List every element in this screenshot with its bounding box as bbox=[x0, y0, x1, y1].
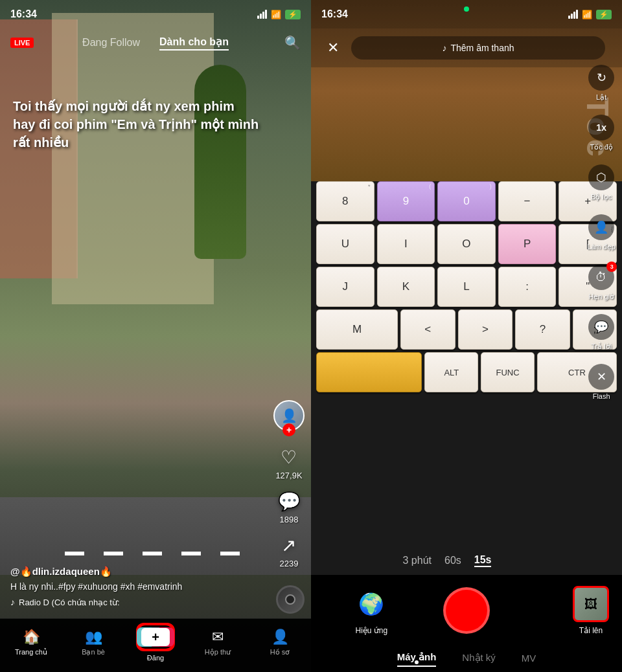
home-label: Trang chủ bbox=[15, 648, 47, 656]
tab-mv[interactable]: MV bbox=[522, 653, 536, 666]
post-button-outline: + bbox=[136, 623, 175, 651]
comments-count: 1898 bbox=[280, 515, 299, 524]
bar4 bbox=[265, 10, 267, 19]
key-o[interactable]: O bbox=[437, 224, 496, 264]
duration-3min[interactable]: 3 phút bbox=[403, 555, 432, 566]
nav-tab-friends[interactable]: 👥 Bạn bè bbox=[62, 629, 124, 656]
key-k[interactable]: K bbox=[377, 267, 435, 307]
keyboard-row-3: J K L : " bbox=[311, 267, 622, 307]
upload-label: Tải lên bbox=[579, 626, 603, 635]
username[interactable]: @🔥dlin.izdaqueen🔥 bbox=[10, 566, 266, 577]
key-spacebar[interactable] bbox=[316, 352, 422, 392]
live-badge[interactable]: LIVE bbox=[10, 38, 34, 48]
qa-label: Trả lời bbox=[591, 342, 612, 351]
top-toolbar-right: ✕ ♪ Thêm âm thanh bbox=[311, 28, 622, 67]
description: H là ny nhi..#fpy #xuhuong #xh #emvatrin… bbox=[10, 581, 266, 592]
filter-label: Bộ lọc bbox=[591, 193, 612, 201]
flip-icon: ↻ bbox=[588, 65, 614, 91]
key-u[interactable]: U bbox=[316, 224, 374, 264]
left-panel: 16:34 📶 ⚡ LIVE Đang Follow Dành cho bạn … bbox=[0, 0, 311, 672]
key-func[interactable]: FUNC bbox=[481, 352, 535, 392]
bottom-nav: 🏠 Trang chủ 👥 Bạn bè + Đăng ✉ Hộp thư 👤 … bbox=[0, 618, 311, 672]
bar2 bbox=[260, 14, 262, 19]
tool-qa[interactable]: 💬 Trả lời bbox=[588, 314, 614, 351]
key-minus[interactable]: − bbox=[498, 181, 557, 221]
duration-60s[interactable]: 60s bbox=[444, 555, 461, 566]
top-nav-left: LIVE Đang Follow Dành cho bạn 🔍 bbox=[0, 28, 311, 57]
tool-beautify[interactable]: 👤 Làm đẹp bbox=[587, 214, 616, 251]
inbox-icon: ✉ bbox=[212, 629, 224, 645]
tool-timer[interactable]: ⏱ 3 Hẹn giờ bbox=[588, 264, 614, 301]
comments-action[interactable]: 💬 1898 bbox=[278, 491, 301, 524]
time-right: 16:34 bbox=[321, 8, 348, 20]
tab-diary[interactable]: Nhật ký bbox=[462, 652, 496, 666]
bottom-info: @🔥dlin.izdaqueen🔥 H là ny nhi..#fpy #xuh… bbox=[10, 566, 266, 607]
likes-action[interactable]: ♡ 127,9K bbox=[275, 447, 302, 480]
home-icon: 🏠 bbox=[23, 629, 40, 645]
bottom-tabs-right: Máy ảnh Nhật ký MV bbox=[311, 646, 622, 672]
key-alt[interactable]: ALT bbox=[424, 352, 478, 392]
nav-tab-inbox[interactable]: ✉ Hộp thư bbox=[187, 629, 249, 656]
beautify-label: Làm đẹp bbox=[587, 243, 616, 251]
filter-icon: ⬡ bbox=[588, 164, 614, 190]
wifi-icon-right: 📶 bbox=[582, 10, 592, 19]
battery-icon: ⚡ bbox=[285, 10, 301, 19]
music-disc[interactable] bbox=[276, 585, 305, 614]
key-9[interactable]: ( 9 bbox=[377, 181, 435, 221]
key-question[interactable]: ? bbox=[515, 309, 570, 350]
signal-bars-right bbox=[568, 10, 578, 19]
key-m[interactable]: M bbox=[316, 309, 398, 350]
music-disc-inner bbox=[285, 594, 295, 605]
key-i[interactable]: I bbox=[377, 224, 435, 264]
timer-badge: 3 bbox=[606, 262, 617, 272]
bar1 bbox=[257, 16, 259, 19]
nav-tab-home[interactable]: 🏠 Trang chủ bbox=[0, 629, 62, 656]
add-sound-button[interactable]: ♪ Thêm âm thanh bbox=[351, 36, 605, 60]
key-j[interactable]: J bbox=[316, 267, 374, 307]
right-panel: * 8 ( 9 ) 0 − + U I O P { bbox=[311, 0, 622, 672]
record-button[interactable] bbox=[443, 587, 490, 634]
key-lt[interactable]: < bbox=[400, 309, 455, 350]
nav-follow[interactable]: Đang Follow bbox=[82, 37, 140, 49]
inbox-label: Hộp thư bbox=[205, 648, 231, 656]
post-button-container[interactable]: + Đăng bbox=[124, 623, 187, 662]
nav-for-you[interactable]: Dành cho bạn bbox=[159, 36, 229, 50]
shares-count: 2239 bbox=[280, 559, 299, 568]
right-actions: 👤 + ♡ 127,9K 💬 1898 ↗ 2239 bbox=[273, 400, 305, 568]
beautify-icon: 👤 bbox=[588, 214, 614, 240]
music-icon: ♪ bbox=[442, 43, 446, 53]
tool-flash[interactable]: ✕ Flash bbox=[588, 364, 614, 400]
tool-speed[interactable]: 1x Tốc độ bbox=[588, 115, 614, 151]
camera-controls: 🌍 Hiệu ứng 🖼 Tải lên bbox=[311, 575, 622, 646]
key-0[interactable]: ) 0 bbox=[437, 181, 496, 221]
profile-label: Hồ sơ bbox=[270, 648, 290, 656]
effects-button[interactable]: 🌍 Hiệu ứng bbox=[324, 586, 419, 635]
upload-button[interactable]: 🖼 Tải lên bbox=[514, 586, 609, 635]
tool-flip[interactable]: ↻ Lật bbox=[588, 65, 614, 102]
key-l[interactable]: L bbox=[437, 267, 496, 307]
close-button[interactable]: ✕ bbox=[321, 36, 345, 60]
upload-thumbnail: 🖼 bbox=[573, 586, 609, 622]
status-bar-left: 16:34 📶 ⚡ bbox=[0, 0, 311, 28]
post-button-inner: + bbox=[141, 628, 170, 646]
post-plus-icon: + bbox=[152, 630, 159, 645]
status-bar-right: 16:34 📶 ⚡ bbox=[311, 0, 622, 28]
effects-label: Hiệu ứng bbox=[355, 626, 387, 635]
post-button[interactable]: + bbox=[139, 625, 172, 649]
key-8[interactable]: * 8 bbox=[316, 181, 374, 221]
key-p[interactable]: P bbox=[498, 224, 557, 264]
palm-trees bbox=[194, 65, 246, 259]
keyboard-row-2: U I O P { [ bbox=[311, 224, 622, 264]
post-label: Đăng bbox=[147, 654, 164, 662]
key-semicolon[interactable]: : bbox=[498, 267, 557, 307]
key-gt[interactable]: > bbox=[458, 309, 513, 350]
tab-camera[interactable]: Máy ảnh bbox=[397, 651, 437, 667]
duration-15s[interactable]: 15s bbox=[474, 554, 492, 567]
add-sound-label: Thêm âm thanh bbox=[450, 43, 514, 53]
avatar-container[interactable]: 👤 + bbox=[273, 400, 305, 436]
nav-tab-profile[interactable]: 👤 Hồ sơ bbox=[249, 629, 311, 656]
search-icon[interactable]: 🔍 bbox=[284, 35, 301, 50]
shares-action[interactable]: ↗ 2239 bbox=[280, 535, 299, 568]
keyboard-row-1: * 8 ( 9 ) 0 − + bbox=[311, 181, 622, 221]
tool-filter[interactable]: ⬡ Bộ lọc bbox=[588, 164, 614, 201]
